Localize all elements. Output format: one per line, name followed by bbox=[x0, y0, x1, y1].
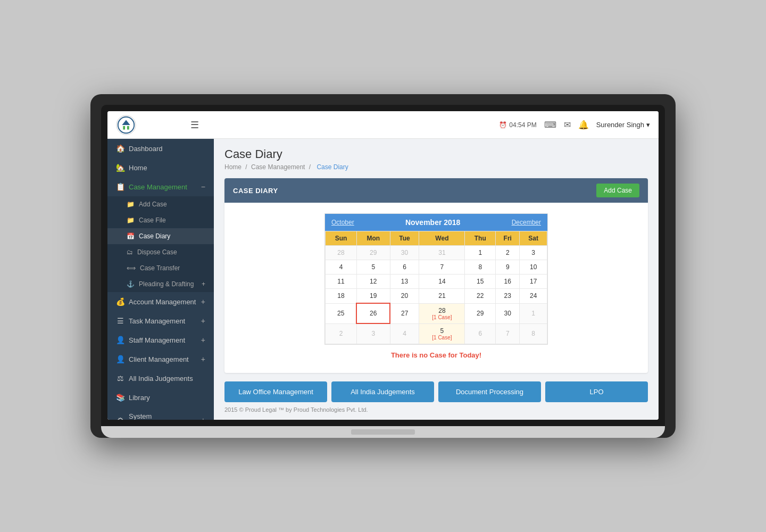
cal-cell[interactable]: 30 bbox=[390, 246, 419, 260]
lpo-btn[interactable]: LPO bbox=[545, 381, 648, 402]
cal-cell[interactable]: 27 bbox=[390, 303, 419, 323]
sidebar-label-staff-mgmt: Staff Management bbox=[129, 336, 197, 344]
cal-cell[interactable]: 28[1 Case] bbox=[419, 303, 465, 323]
sidebar-sub-dispose-case[interactable]: 🗂 Dispose Case bbox=[107, 244, 214, 260]
law-office-btn[interactable]: Law Office Management bbox=[224, 381, 327, 402]
sidebar: 🏠 Dashboard 🏡 Home 📋 Case Management − bbox=[107, 139, 214, 420]
case-management-submenu: 📁 Add Case 📁 Case File 📅 Case Diary bbox=[107, 196, 214, 292]
cal-cell[interactable]: 15 bbox=[465, 275, 496, 289]
cal-cell[interactable]: 3 bbox=[520, 246, 547, 260]
pleading-icon: ⚓ bbox=[127, 280, 135, 288]
task-mgmt-plus: + bbox=[201, 317, 205, 325]
cal-cell[interactable]: 4 bbox=[326, 260, 357, 275]
sidebar-sub-case-transfer[interactable]: ⟺ Case Transfer bbox=[107, 260, 214, 276]
cal-prev-month[interactable]: October bbox=[331, 219, 354, 226]
cal-cell[interactable]: 6 bbox=[390, 260, 419, 275]
cal-cell[interactable]: 6 bbox=[465, 323, 496, 344]
cal-cell[interactable]: 18 bbox=[326, 289, 357, 304]
cal-cell[interactable]: 24 bbox=[520, 289, 547, 304]
sidebar-item-all-india-judgements[interactable]: ⚖ All India Judgements bbox=[107, 369, 214, 388]
account-mgmt-icon: 💰 bbox=[116, 297, 124, 306]
cal-cell[interactable]: 19 bbox=[356, 289, 390, 304]
case-badge: [1 Case] bbox=[421, 314, 462, 320]
user-dropdown[interactable]: Surender Singh ▾ bbox=[596, 121, 650, 129]
bell-icon[interactable]: 🔔 bbox=[578, 120, 589, 130]
document-processing-btn[interactable]: Document Processing bbox=[438, 381, 541, 402]
cal-cell[interactable]: 5 bbox=[356, 260, 390, 275]
cal-cell[interactable]: 4 bbox=[390, 323, 419, 344]
sidebar-label-sysadmin: System Administration bbox=[129, 412, 197, 420]
add-case-button[interactable]: Add Case bbox=[596, 184, 639, 197]
cal-cell[interactable]: 20 bbox=[390, 289, 419, 304]
cal-next-month[interactable]: December bbox=[512, 219, 541, 226]
cal-cell[interactable]: 16 bbox=[496, 275, 520, 289]
cal-cell[interactable]: 8 bbox=[465, 260, 496, 275]
cal-cell[interactable]: 2 bbox=[496, 246, 520, 260]
cal-cell[interactable]: 13 bbox=[390, 275, 419, 289]
cal-cell[interactable]: 9 bbox=[496, 260, 520, 275]
cal-cell[interactable]: 12 bbox=[356, 275, 390, 289]
cal-cell[interactable]: 3 bbox=[356, 323, 390, 344]
content-area: Case Diary Home / Case Management / Case… bbox=[214, 139, 659, 420]
sidebar-item-system-administration[interactable]: ⚙ System Administration + bbox=[107, 407, 214, 420]
logo-icon bbox=[116, 115, 136, 135]
cal-cell[interactable]: 25 bbox=[326, 303, 357, 323]
case-file-icon: 📁 bbox=[127, 217, 135, 224]
cal-cell[interactable]: 29 bbox=[356, 246, 390, 260]
calendar-table: Sun Mon Tue Wed Thu Fri Sat bbox=[325, 231, 547, 344]
cal-cell[interactable]: 7 bbox=[496, 323, 520, 344]
sidebar-label-client-mgmt: Client Management bbox=[129, 355, 197, 363]
cal-cell[interactable]: 2 bbox=[326, 323, 357, 344]
cal-cell[interactable]: 26 bbox=[356, 303, 390, 323]
cal-cell[interactable]: 5[1 Case] bbox=[419, 323, 465, 344]
sidebar-item-staff-management[interactable]: 👤 Staff Management + bbox=[107, 330, 214, 350]
cal-cell[interactable]: 31 bbox=[419, 246, 465, 260]
all-india-judgements-btn[interactable]: All India Judgements bbox=[331, 381, 434, 402]
time-display: ⏰ 04:54 PM bbox=[499, 121, 536, 129]
bottom-buttons: Law Office Management All India Judgemen… bbox=[224, 381, 648, 402]
cal-cell[interactable]: 28 bbox=[326, 246, 357, 260]
sidebar-label-dashboard: Dashboard bbox=[129, 145, 205, 153]
sidebar-sub-case-file[interactable]: 📁 Case File bbox=[107, 212, 214, 228]
hamburger-button[interactable]: ☰ bbox=[190, 119, 199, 131]
cal-cell[interactable]: 11 bbox=[326, 275, 357, 289]
sidebar-item-task-management[interactable]: ☰ Task Management + bbox=[107, 311, 214, 330]
cal-cell[interactable]: 23 bbox=[496, 289, 520, 304]
sysadmin-icon: ⚙ bbox=[116, 416, 124, 420]
svg-rect-3 bbox=[127, 126, 129, 129]
cal-cell[interactable]: 21 bbox=[419, 289, 465, 304]
sidebar-item-account-management[interactable]: 💰 Account Management + bbox=[107, 292, 214, 311]
dropdown-arrow: ▾ bbox=[646, 121, 650, 129]
sidebar-sub-case-diary[interactable]: 📅 Case Diary bbox=[107, 228, 214, 244]
cal-cell[interactable]: 7 bbox=[419, 260, 465, 275]
logo-area bbox=[116, 115, 190, 135]
navbar-right: ⏰ 04:54 PM ⌨ ✉ 🔔 Surender Singh ▾ bbox=[499, 120, 650, 130]
sidebar-item-home[interactable]: 🏡 Home bbox=[107, 158, 214, 177]
cal-cell[interactable]: 8 bbox=[520, 323, 547, 344]
cal-cell[interactable]: 17 bbox=[520, 275, 547, 289]
mail-icon[interactable]: ✉ bbox=[564, 120, 571, 130]
breadcrumb-home[interactable]: Home bbox=[224, 163, 242, 171]
cal-cell[interactable]: 22 bbox=[465, 289, 496, 304]
breadcrumb-parent[interactable]: Case Management bbox=[251, 163, 305, 171]
cal-cell[interactable]: 1 bbox=[520, 303, 547, 323]
sidebar-item-case-management[interactable]: 📋 Case Management − bbox=[107, 177, 214, 196]
home-icon: 🏡 bbox=[116, 163, 124, 172]
sidebar-label-account-mgmt: Account Management bbox=[129, 298, 197, 306]
sidebar-label-library: Library bbox=[129, 394, 205, 402]
keyboard-icon[interactable]: ⌨ bbox=[544, 120, 556, 130]
sidebar-sub-add-case[interactable]: 📁 Add Case bbox=[107, 196, 214, 212]
svg-rect-5 bbox=[125, 128, 127, 129]
cal-cell[interactable]: 14 bbox=[419, 275, 465, 289]
sidebar-item-dashboard[interactable]: 🏠 Dashboard bbox=[107, 139, 214, 158]
client-mgmt-plus: + bbox=[201, 355, 205, 363]
sidebar-item-library[interactable]: 📚 Library bbox=[107, 388, 214, 407]
cal-cell[interactable]: 1 bbox=[465, 246, 496, 260]
cal-cell[interactable]: 29 bbox=[465, 303, 496, 323]
cal-cell[interactable]: 30 bbox=[496, 303, 520, 323]
case-diary-card: CASE DIARY Add Case October November 201… bbox=[224, 178, 648, 373]
page-title: Case Diary bbox=[224, 147, 648, 161]
sidebar-sub-pleading-drafting[interactable]: ⚓ Pleading & Drafting + bbox=[107, 276, 214, 292]
cal-cell[interactable]: 10 bbox=[520, 260, 547, 275]
sidebar-item-client-management[interactable]: 👤 Client Management + bbox=[107, 350, 214, 369]
